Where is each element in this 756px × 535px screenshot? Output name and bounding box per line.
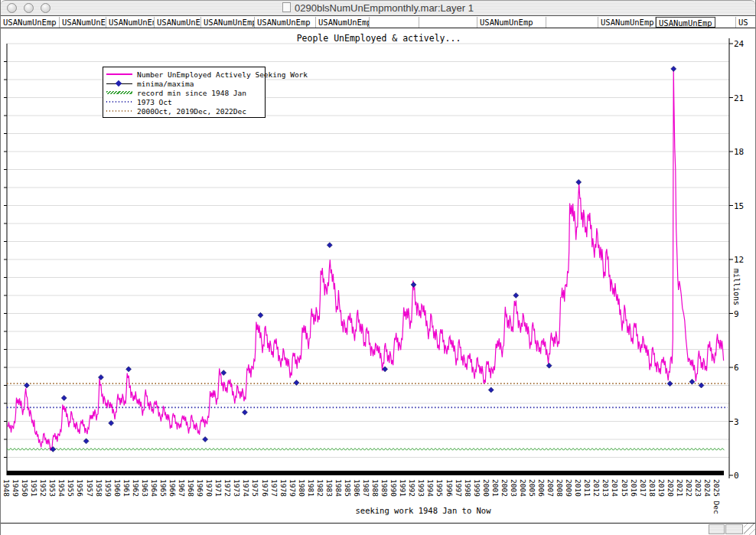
legend-swatch-solid-icon bbox=[106, 71, 132, 77]
x-tick-year-label: 1983 bbox=[325, 479, 334, 497]
x-tick-year-label: 1976 bbox=[261, 479, 269, 497]
x-tick-year-label: 1971 bbox=[214, 479, 223, 497]
x-tick-year-label: 2011 bbox=[583, 479, 591, 497]
y-tick-label: 6 bbox=[734, 363, 739, 373]
legend-item: 2000Oct, 2019Dec, 2022Dec bbox=[106, 106, 262, 116]
legend-label: minima/maxima bbox=[137, 80, 194, 88]
tab-usanumunemp-5[interactable]: USANumUnEmp bbox=[255, 17, 316, 28]
scroll-button-right[interactable] bbox=[725, 524, 743, 534]
x-tick-year-label: 1991 bbox=[399, 479, 407, 497]
tab-blank-10 bbox=[546, 17, 598, 28]
tab-usanumunemp-11[interactable]: USANumUnEmp bbox=[598, 17, 656, 28]
x-tick-year-label: 1996 bbox=[445, 479, 454, 497]
x-tick-year-label: 1994 bbox=[426, 479, 435, 497]
x-tick-year-label: 1964 bbox=[150, 479, 158, 497]
x-tick-year-label: 1968 bbox=[187, 479, 195, 497]
layer-tab-bar: USANumUnEmpUSANumUnEUSANumUnEmUSANumUnEU… bbox=[1, 17, 755, 28]
x-tick-year-label: 1995 bbox=[435, 479, 444, 497]
y-tick-label: 18 bbox=[734, 147, 744, 157]
x-tick-year-label: 1949 bbox=[11, 479, 20, 497]
tab-usanumunemp-6[interactable]: USANumUnEmp bbox=[316, 17, 370, 28]
legend-item: minima/maxima bbox=[106, 79, 262, 88]
window-title-area: 0290blsNumUnEmpmonthly.mar:Layer 1 bbox=[1, 2, 755, 14]
x-axis-tick-bar bbox=[7, 471, 724, 475]
minmax-diamond-marker bbox=[411, 282, 416, 287]
x-tick-year-label: 1962 bbox=[132, 479, 140, 497]
minmax-diamond-marker bbox=[576, 179, 582, 184]
x-tick-year-label: 1992 bbox=[408, 479, 416, 497]
x-tick-year-label: 1998 bbox=[464, 479, 472, 497]
x-tick-year-label: 1972 bbox=[223, 479, 232, 497]
x-tick-year-label: 1951 bbox=[30, 479, 38, 497]
minmax-diamond-marker bbox=[689, 379, 695, 384]
tab-usanumunemp-0[interactable]: USANumUnEmp bbox=[1, 17, 60, 28]
window-resize-grip[interactable] bbox=[744, 524, 756, 535]
x-axis-label: seeking work 1948 Jan to Now bbox=[270, 506, 576, 515]
x-tick-year-label: 1974 bbox=[242, 479, 250, 497]
tab-usanumunemp-4[interactable]: USANumUnEmp bbox=[201, 17, 255, 28]
window-titlebar[interactable]: 0290blsNumUnEmpmonthly.mar:Layer 1 bbox=[1, 0, 755, 16]
x-tick-year-label: 1954 bbox=[57, 479, 66, 497]
legend-swatch-zigzag-icon bbox=[106, 90, 132, 96]
x-tick-year-label: 1956 bbox=[76, 479, 84, 497]
x-tick-year-label: 1989 bbox=[380, 479, 389, 497]
legend-label: 1973 Oct bbox=[137, 98, 172, 106]
x-tick-year-label: 2000 bbox=[482, 479, 490, 497]
tab-usanumunemp-9[interactable]: USANumUnEmp bbox=[477, 17, 546, 28]
x-tick-year-label: 1988 bbox=[371, 479, 380, 497]
x-tick-year-label: 2008 bbox=[556, 479, 564, 497]
minmax-diamond-marker bbox=[203, 437, 208, 442]
x-tick-year-label: 2009 bbox=[565, 479, 573, 497]
window-title: 0290blsNumUnEmpmonthly.mar:Layer 1 bbox=[295, 2, 474, 14]
y-tick-label: 12 bbox=[734, 255, 744, 265]
x-tick-year-label: 1948 bbox=[2, 479, 11, 497]
x-tick-year-label: 1978 bbox=[279, 479, 288, 497]
minmax-diamond-marker bbox=[513, 293, 519, 298]
x-tick-year-label: 2003 bbox=[510, 479, 518, 497]
x-tick-year-label: 1961 bbox=[122, 479, 131, 497]
tab-blank-8 bbox=[419, 17, 477, 28]
x-tick-year-label: 2022 bbox=[685, 479, 693, 497]
x-tick-year-label: 1984 bbox=[334, 479, 343, 497]
tab-us-14[interactable]: US bbox=[736, 17, 756, 28]
x-tick-year-label: 2006 bbox=[537, 479, 546, 497]
tab-usanumune-3[interactable]: USANumUnE bbox=[155, 17, 201, 28]
x-tick-year-label: 2001 bbox=[491, 479, 500, 497]
minmax-diamond-marker bbox=[699, 383, 704, 388]
x-tick-year-label: 2024 bbox=[703, 479, 712, 497]
x-tick-year-label: 1987 bbox=[362, 479, 370, 497]
bottom-scrollbar-area bbox=[1, 523, 755, 535]
x-tick-year-label: 1973 bbox=[233, 479, 241, 497]
tab-usanumune-1[interactable]: USANumUnE bbox=[60, 17, 106, 28]
x-tick-year-label: 2021 bbox=[676, 479, 684, 497]
tab-usanumunem-2[interactable]: USANumUnEm bbox=[106, 17, 155, 28]
x-tick-year-label: 1970 bbox=[205, 479, 213, 497]
x-tick-year-label: 1966 bbox=[168, 479, 177, 497]
chart-canvas: People UnEmployed & actively... 03691215… bbox=[1, 29, 756, 523]
tab-usanumunemp-12[interactable]: USANumUnEmp bbox=[656, 17, 715, 28]
document-icon bbox=[282, 2, 291, 12]
x-tick-year-label: 1958 bbox=[95, 479, 103, 497]
x-tick-year-label: 2019 bbox=[657, 479, 666, 497]
x-tick-year-label: 2012 bbox=[592, 479, 601, 497]
x-tick-year-label: 1997 bbox=[455, 479, 463, 497]
application-window: 0290blsNumUnEmpmonthly.mar:Layer 1 USANu… bbox=[0, 0, 756, 535]
minmax-diamond-marker bbox=[24, 383, 29, 388]
x-tick-year-label: 2013 bbox=[601, 479, 610, 497]
x-tick-year-label: 2016 bbox=[630, 479, 638, 497]
x-tick-year-label: 2005 bbox=[528, 479, 536, 497]
x-tick-year-label: 1950 bbox=[21, 479, 29, 497]
x-tick-year-label: 1985 bbox=[344, 479, 352, 497]
y-tick-label: 9 bbox=[734, 309, 739, 319]
y-tick-label: 24 bbox=[734, 39, 745, 49]
y-tick-label: 21 bbox=[734, 93, 744, 103]
y-axis-title: millions bbox=[732, 269, 741, 305]
x-tick-year-label: 1957 bbox=[86, 479, 94, 497]
legend-item: record min since 1948 Jan bbox=[106, 88, 262, 97]
scroll-button-left[interactable] bbox=[709, 524, 725, 534]
minmax-diamond-marker bbox=[327, 243, 332, 248]
minmax-diamond-marker bbox=[294, 380, 299, 385]
tab-blank-7 bbox=[370, 17, 419, 28]
x-tick-year-label: 1952 bbox=[39, 479, 47, 497]
minmax-diamond-marker bbox=[61, 395, 67, 400]
